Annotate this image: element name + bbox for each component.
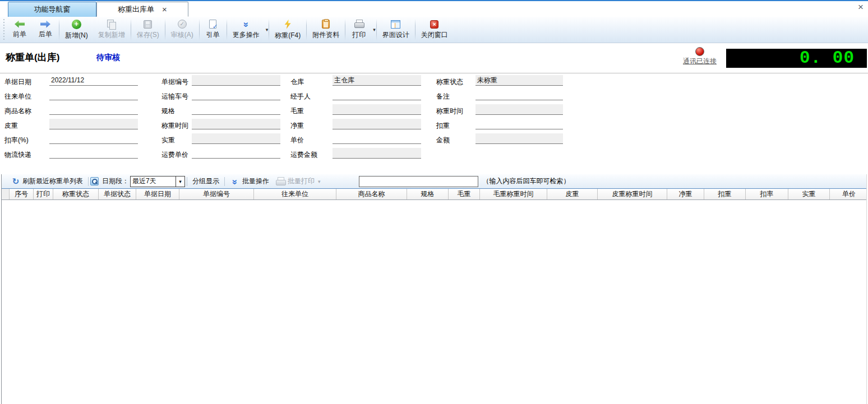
refresh-icon: ↻ bbox=[11, 178, 20, 185]
form-row: 物流快递运费单价运费金额 bbox=[0, 147, 868, 162]
column-header[interactable]: 规格 bbox=[407, 189, 449, 199]
form-input[interactable] bbox=[475, 119, 563, 129]
main-toolbar: 前单 后单 + 新增(N) 复制新增 保存(S) ✓ 审核(A) ✓ 引单 bbox=[0, 17, 868, 43]
form-label: 毛重 bbox=[290, 106, 304, 116]
column-header[interactable]: 单据日期 bbox=[136, 189, 179, 199]
form-input[interactable] bbox=[192, 148, 280, 159]
tab-function-navigation[interactable]: 功能导航窗 bbox=[8, 2, 96, 17]
form-input[interactable] bbox=[49, 104, 138, 115]
table-header: 序号打印称重状态单据状态单据日期单据编号往来单位商品名称规格毛重毛重称重时间皮重… bbox=[2, 189, 866, 200]
copy-add-button[interactable]: 复制新增 bbox=[93, 17, 130, 43]
toolbar-grip[interactable] bbox=[2, 19, 6, 40]
batch-print-button[interactable]: 批量打印 ▾ bbox=[273, 175, 324, 188]
document-check-icon: ✓ bbox=[209, 20, 216, 29]
tab-label: 功能导航窗 bbox=[34, 4, 71, 15]
form-input[interactable] bbox=[49, 133, 138, 144]
attachments-button[interactable]: 附件资料 bbox=[307, 17, 344, 43]
combo-dropdown-button[interactable]: ▾ bbox=[176, 177, 184, 187]
column-header[interactable]: 往来单位 bbox=[254, 189, 336, 199]
column-header[interactable]: 序号 bbox=[10, 189, 34, 199]
more-actions-button[interactable]: » 更多操作 bbox=[228, 18, 265, 41]
column-header[interactable]: 皮重 bbox=[547, 189, 598, 199]
toolbar-separator bbox=[199, 19, 200, 40]
tab-label: 称重出库单 bbox=[118, 4, 154, 15]
printer-icon bbox=[276, 177, 285, 186]
close-window-button[interactable]: × 关闭窗口 bbox=[416, 17, 453, 43]
printer-icon bbox=[354, 20, 364, 29]
date-range-select[interactable]: 最近7天 ▾ bbox=[130, 176, 185, 187]
form-input[interactable] bbox=[475, 90, 563, 100]
form-input[interactable] bbox=[333, 133, 421, 144]
form-label: 单据日期 bbox=[4, 77, 31, 87]
column-header[interactable]: 单据状态 bbox=[99, 189, 136, 199]
recent-orders-panel: ↻ 刷新最近称重单列表 日期段： 最近7天 ▾ 分组显示 » 批量操作 bbox=[1, 174, 867, 404]
toolbar-separator bbox=[227, 19, 227, 40]
form-label: 运费单价 bbox=[161, 150, 188, 160]
pull-order-button[interactable]: ✓ 引单 bbox=[200, 17, 226, 43]
form-label: 称重时间 bbox=[436, 106, 463, 116]
column-header[interactable]: 扣重 bbox=[704, 189, 746, 199]
more-actions-dropdown-icon[interactable]: ▾ bbox=[266, 27, 269, 32]
column-header[interactable]: 单价 bbox=[830, 189, 868, 199]
refresh-list-button[interactable]: ↻ 刷新最近称重单列表 bbox=[8, 175, 86, 188]
form-label: 运输车号 bbox=[161, 92, 188, 101]
form-input bbox=[475, 104, 563, 115]
form-label: 扣重 bbox=[436, 121, 450, 131]
connection-label: 通讯已连接 bbox=[683, 57, 717, 66]
lightning-icon bbox=[284, 20, 292, 29]
group-display-button[interactable]: 分组显示 bbox=[189, 175, 223, 188]
form-input[interactable] bbox=[333, 90, 421, 100]
column-header[interactable]: 单据编号 bbox=[179, 189, 254, 199]
form-label: 金额 bbox=[436, 136, 450, 145]
add-new-button[interactable]: + 新增(N) bbox=[60, 17, 93, 43]
form-label: 皮重 bbox=[4, 121, 18, 131]
connection-indicator[interactable]: 通讯已连接 bbox=[680, 47, 720, 66]
batch-print-dropdown-icon: ▾ bbox=[318, 179, 321, 184]
table-body[interactable] bbox=[2, 200, 866, 404]
form-input[interactable] bbox=[49, 148, 138, 159]
form-label: 称重时间 bbox=[161, 121, 188, 131]
form-input bbox=[49, 119, 138, 129]
tab-close-icon[interactable]: × bbox=[162, 5, 167, 13]
search-input[interactable] bbox=[359, 176, 478, 187]
column-header[interactable]: 净重 bbox=[667, 189, 704, 199]
batch-operations-button[interactable]: » 批量操作 bbox=[227, 175, 273, 188]
form-grid: 单据日期2022/11/12单据编号仓库主仓库称重状态未称重往来单位运输车号经手… bbox=[0, 75, 868, 173]
form-input[interactable] bbox=[192, 104, 280, 115]
form-input bbox=[333, 119, 421, 129]
form-label: 规格 bbox=[161, 106, 175, 116]
form-input[interactable] bbox=[49, 90, 138, 100]
column-header[interactable]: 商品名称 bbox=[336, 189, 407, 199]
column-gutter bbox=[2, 189, 10, 199]
print-dropdown-icon[interactable]: ▾ bbox=[373, 27, 376, 32]
column-header[interactable]: 打印 bbox=[34, 189, 53, 199]
date-filter-icon bbox=[90, 177, 99, 185]
clipboard-icon bbox=[322, 20, 330, 29]
red-close-icon: × bbox=[430, 20, 438, 29]
ui-design-button[interactable]: 界面设计 bbox=[377, 17, 414, 43]
audit-button[interactable]: ✓ 审核(A) bbox=[166, 17, 198, 43]
save-button[interactable]: 保存(S) bbox=[132, 17, 164, 43]
print-button[interactable]: 打印 bbox=[346, 18, 372, 41]
tab-weighing-outbound-order[interactable]: 称重出库单 × bbox=[96, 2, 188, 17]
column-header[interactable]: 毛重称重时间 bbox=[480, 189, 547, 199]
form-input bbox=[333, 104, 421, 115]
status-badge: 待审核 bbox=[96, 53, 120, 63]
next-order-button[interactable]: 后单 bbox=[33, 17, 58, 43]
column-header[interactable]: 扣率 bbox=[746, 189, 788, 199]
prev-order-button[interactable]: 前单 bbox=[7, 17, 33, 43]
form-row: 扣率(%)实重单价金额 bbox=[0, 133, 868, 147]
double-chevron-down-icon: » bbox=[231, 177, 239, 187]
double-chevron-down-icon: » bbox=[242, 19, 251, 29]
form-input[interactable] bbox=[192, 90, 280, 100]
toolbar-separator bbox=[165, 19, 165, 40]
column-header[interactable]: 实重 bbox=[788, 189, 830, 199]
column-header[interactable]: 称重状态 bbox=[53, 189, 99, 199]
form-input[interactable]: 2022/11/12 bbox=[49, 75, 138, 86]
date-range-label: 日期段： bbox=[99, 175, 129, 188]
column-header[interactable]: 毛重 bbox=[449, 189, 480, 199]
form-label: 实重 bbox=[161, 136, 175, 145]
toolbar-separator bbox=[306, 19, 307, 40]
column-header[interactable]: 皮重称重时间 bbox=[598, 189, 667, 199]
weigh-button[interactable]: 称重(F4) bbox=[270, 17, 306, 43]
